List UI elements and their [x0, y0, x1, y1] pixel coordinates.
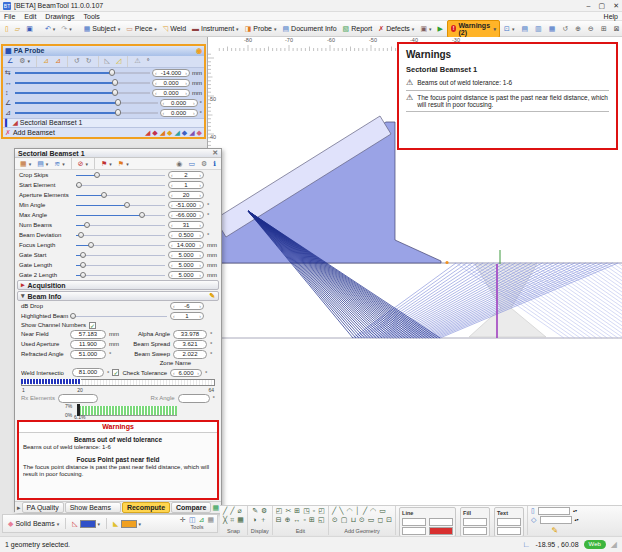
- tool-icon[interactable]: ⊔: [350, 516, 355, 524]
- warning-icon[interactable]: ⚠: [134, 57, 140, 65]
- gear-button[interactable]: ⚙▾: [17, 56, 32, 66]
- tool-icon[interactable]: ▫: [313, 507, 315, 515]
- skew-left-button[interactable]: ◺: [103, 56, 112, 66]
- spin-decrement-icon[interactable]: ‹: [155, 70, 157, 76]
- tool-icon[interactable]: ⊞: [309, 516, 315, 524]
- tool-icon[interactable]: ╱: [223, 507, 227, 515]
- spin-decrement-icon[interactable]: ‹: [171, 222, 173, 228]
- spin-increment-icon[interactable]: ›: [199, 252, 201, 258]
- beamset-pink-icon[interactable]: ◆: [197, 129, 202, 137]
- undo-button[interactable]: ↶▾: [43, 24, 57, 34]
- acquisition-section-header[interactable]: ▸ Acquisition: [17, 280, 219, 290]
- spin-decrement-icon[interactable]: ‹: [173, 303, 175, 309]
- angle-measure-button[interactable]: ∠: [5, 56, 15, 66]
- value-spinner[interactable]: ‹14.000›: [168, 241, 204, 249]
- maximize-button[interactable]: ▢: [599, 2, 606, 10]
- tool-icon[interactable]: ⌗: [230, 516, 234, 524]
- slider[interactable]: [15, 69, 150, 77]
- report-button[interactable]: ▧Report: [341, 24, 375, 34]
- compare-button[interactable]: Compare: [171, 502, 211, 513]
- style-dropdown[interactable]: [463, 518, 487, 526]
- style-dropdown[interactable]: [497, 518, 521, 526]
- value-spinner[interactable]: ‹1›: [168, 181, 204, 189]
- info-button[interactable]: ℹ: [211, 159, 218, 169]
- slider-thumb[interactable]: [101, 192, 107, 199]
- value-spinner[interactable]: ‹-6›: [170, 302, 204, 310]
- spin-decrement-icon[interactable]: ‹: [163, 100, 165, 106]
- slider-thumb[interactable]: [112, 89, 118, 96]
- slider-thumb[interactable]: [139, 212, 145, 219]
- pan-icon[interactable]: ✛: [180, 516, 186, 524]
- spin-increment-icon[interactable]: ›: [199, 202, 201, 208]
- tool-icon[interactable]: ▭: [368, 516, 375, 524]
- show-channel-checkbox[interactable]: ✓: [89, 322, 96, 329]
- flip-horizontal-icon[interactable]: ⊿: [43, 57, 49, 65]
- recompute-button[interactable]: Recompute: [122, 502, 170, 513]
- tool-icon[interactable]: ╱: [363, 507, 367, 515]
- slider[interactable]: [76, 181, 165, 189]
- value-spinner[interactable]: ‹0.000›: [152, 79, 190, 87]
- spin-decrement-icon[interactable]: ‹: [171, 252, 173, 258]
- zoom-out-button[interactable]: ⊖: [586, 24, 596, 34]
- spin-decrement-icon[interactable]: ‹: [171, 192, 173, 198]
- probe-button[interactable]: ◨Probe▾: [243, 24, 279, 34]
- slider[interactable]: [76, 251, 165, 259]
- tool-icon[interactable]: ◰: [318, 507, 325, 515]
- value-spinner[interactable]: ‹5.000›: [168, 251, 204, 259]
- spin-increment-icon[interactable]: ›: [197, 370, 199, 376]
- tool-icon[interactable]: ✎: [252, 507, 258, 515]
- element-grid-icon[interactable]: ▤: [37, 160, 44, 168]
- tool-icon[interactable]: ✂: [285, 507, 291, 515]
- value-spinner[interactable]: ‹0.500›: [168, 231, 204, 239]
- spin-increment-icon[interactable]: ›: [199, 222, 201, 228]
- spin-increment-icon[interactable]: ›: [199, 303, 201, 309]
- layout-dropdown-button[interactable]: ⊡▾: [502, 24, 516, 34]
- flip-horizontal-button[interactable]: ⊿: [41, 56, 51, 66]
- slider-thumb[interactable]: [78, 232, 84, 239]
- slider[interactable]: [76, 241, 165, 249]
- flip-vertical-button[interactable]: ⊿: [53, 56, 63, 66]
- monitor-icon[interactable]: ▭: [188, 160, 195, 168]
- degree-icon[interactable]: °: [147, 58, 150, 65]
- tool-icon[interactable]: ＋: [259, 516, 266, 524]
- style-dropdown[interactable]: [463, 527, 487, 535]
- tool-icon[interactable]: ▭: [379, 507, 386, 515]
- slider-thumb[interactable]: [76, 182, 82, 189]
- tool-icon[interactable]: ⊡: [386, 516, 392, 524]
- skew-left-icon[interactable]: ◺: [105, 57, 110, 65]
- zoom-extents-button[interactable]: ⊠: [612, 24, 622, 34]
- wedge-color-button[interactable]: ◣▾: [111, 519, 143, 529]
- slider-thumb[interactable]: [80, 262, 86, 269]
- tool-icon[interactable]: ▦: [237, 516, 244, 524]
- slider-thumb[interactable]: [94, 172, 100, 179]
- spin-increment-icon[interactable]: ›: [199, 232, 201, 238]
- wedge-color-swatch[interactable]: [121, 520, 137, 528]
- spin-increment-icon[interactable]: ›: [199, 182, 201, 188]
- beamset-list-item[interactable]: ▍ ◢ Sectorial Beamset 1: [3, 118, 204, 128]
- weld-button[interactable]: ◹Weld: [161, 24, 188, 34]
- drawing-canvas[interactable]: -80-70-60-50-40-30 5040 Warnings Sectori…: [207, 37, 622, 505]
- wrench-icon[interactable]: ✎: [209, 292, 215, 300]
- tool-icon[interactable]: ◑: [252, 516, 256, 524]
- visibility-icon[interactable]: ◉: [176, 160, 182, 168]
- slider[interactable]: [15, 89, 150, 97]
- zoom-window-button[interactable]: ⊞: [599, 24, 609, 34]
- slider[interactable]: [15, 99, 158, 107]
- slider-thumb[interactable]: [70, 313, 76, 320]
- skew-right-icon[interactable]: ◿: [116, 57, 121, 65]
- degree-button[interactable]: °: [145, 57, 152, 66]
- slider-thumb[interactable]: [115, 109, 121, 116]
- slider-thumb[interactable]: [109, 69, 115, 76]
- spin-increment-icon[interactable]: ›: [199, 192, 201, 198]
- slider[interactable]: [76, 271, 165, 279]
- play-pause-icon-button[interactable]: ▶: [436, 24, 445, 34]
- spin-increment-icon[interactable]: ›: [193, 110, 195, 116]
- style-dropdown[interactable]: [429, 518, 453, 526]
- spin-increment-icon[interactable]: ›: [199, 313, 201, 319]
- value-spinner[interactable]: ‹-14.000›: [152, 69, 190, 77]
- tool-icon[interactable]: ◰: [276, 507, 283, 515]
- spin-decrement-icon[interactable]: ‹: [155, 80, 157, 86]
- subject-button[interactable]: ▦Subject▾: [82, 24, 123, 34]
- gear-icon[interactable]: ⚙: [19, 57, 25, 65]
- check-tolerance-checkbox[interactable]: ✓: [112, 369, 119, 376]
